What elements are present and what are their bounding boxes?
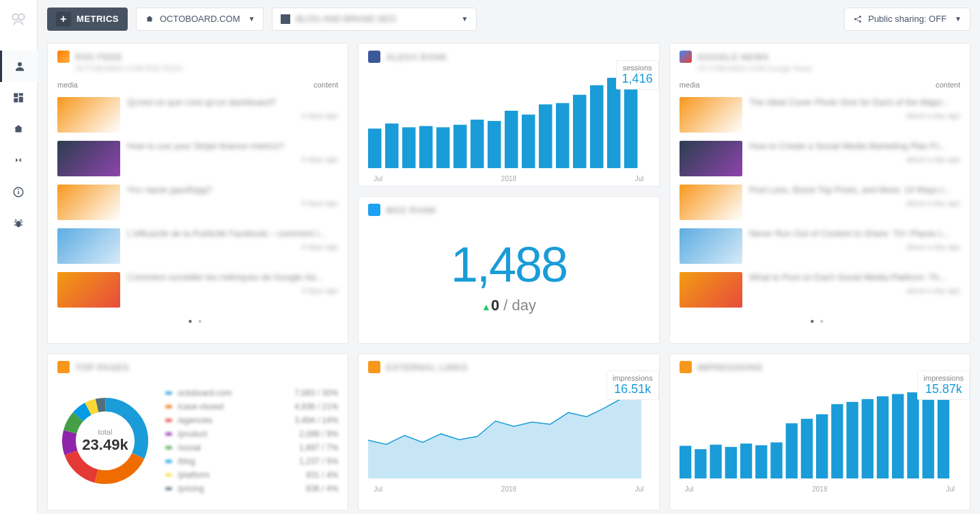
svg-rect-17 bbox=[419, 126, 433, 168]
svg-rect-46 bbox=[800, 419, 812, 478]
item-title: The Ideal Cover Photo Size for Each of t… bbox=[749, 97, 960, 107]
svg-rect-38 bbox=[680, 446, 691, 478]
legend-item: /social1,697 / 7% bbox=[165, 441, 338, 455]
xaxis-label: 2018 bbox=[501, 485, 516, 493]
sidebar-item-info[interactable] bbox=[0, 176, 38, 208]
card-title: GOOGLE NEWS bbox=[697, 52, 769, 62]
site-selector-label: OCTOBOARD.COM bbox=[160, 14, 240, 24]
svg-rect-43 bbox=[755, 445, 767, 478]
svg-rect-6 bbox=[14, 98, 18, 103]
legend-item: /product2,088 / 9% bbox=[165, 427, 338, 441]
item-date: about a day ago bbox=[749, 199, 960, 207]
item-date: 4 days ago bbox=[127, 111, 338, 120]
item-date: about a day ago bbox=[749, 155, 960, 163]
xaxis-label: Jul bbox=[946, 485, 955, 493]
legend-item: /pricing836 / 4% bbox=[165, 482, 338, 496]
list-item[interactable]: The Ideal Cover Photo Size for Each of t… bbox=[670, 93, 970, 137]
sidebar-item-account[interactable] bbox=[0, 51, 38, 82]
svg-rect-3 bbox=[14, 93, 18, 97]
public-sharing-toggle[interactable]: Public sharing: OFF ▼ bbox=[844, 8, 970, 31]
sidebar-item-library[interactable] bbox=[0, 113, 38, 145]
svg-rect-41 bbox=[725, 447, 736, 478]
google-news-icon bbox=[680, 51, 692, 63]
item-title: Never Run Out of Content to Share: 70+ P… bbox=[749, 228, 960, 239]
card-google-news: GOOGLE NEWS OCTOBOARD.COM Google News me… bbox=[669, 43, 970, 344]
item-title: Post Less, Boost Top Posts, and More: 14… bbox=[749, 185, 960, 195]
card-subtitle: OCTOBOARD.COM Google News bbox=[670, 64, 970, 78]
card-external-links: EXTERNAL LINKS impressions 16.51k Jul 20… bbox=[358, 353, 659, 511]
card-alexa-rank: ALEXA RANK sessions 1,416 Jul 2018 Jul bbox=[358, 43, 659, 187]
feed-list: Qu'est-ce que c'est qu'un dashboard? 4 d… bbox=[48, 93, 348, 312]
analytics-icon bbox=[57, 361, 70, 373]
badge-label: sessions bbox=[622, 64, 653, 72]
svg-rect-47 bbox=[816, 414, 828, 478]
list-item[interactable]: How to Create a Social Media Marketing P… bbox=[670, 137, 970, 180]
list-item[interactable]: Comment surveiller les métriques de Goog… bbox=[48, 268, 348, 312]
metric-delta: ▲0 / day bbox=[359, 297, 658, 314]
thumbnail bbox=[57, 97, 120, 133]
list-item[interactable]: How to use your Stripe finance metrics? … bbox=[48, 137, 348, 180]
bank-icon bbox=[145, 14, 154, 24]
svg-point-13 bbox=[859, 21, 861, 23]
brand-logo bbox=[8, 8, 29, 30]
legend-item: /case-closed4,938 / 21% bbox=[165, 400, 338, 414]
svg-point-0 bbox=[12, 14, 18, 20]
xaxis-label: Jul bbox=[635, 175, 644, 182]
list-item[interactable]: What to Post on Each Social Media Platfo… bbox=[670, 268, 970, 312]
item-date: 4 days ago bbox=[127, 199, 338, 207]
svg-rect-53 bbox=[907, 392, 919, 478]
item-title: Что такое дашборд? bbox=[127, 185, 338, 195]
card-title: ALEXA RANK bbox=[386, 52, 447, 62]
thumbnail bbox=[680, 228, 742, 264]
sidebar-item-dashboard[interactable] bbox=[0, 82, 38, 113]
svg-rect-21 bbox=[488, 121, 501, 168]
site-selector[interactable]: OCTOBOARD.COM ▼ bbox=[136, 8, 264, 31]
list-item[interactable]: Never Run Out of Content to Share: 70+ P… bbox=[670, 224, 970, 268]
card-impressions: IMPRESSIONS impressions 15.87k Jul 2018 … bbox=[669, 353, 970, 511]
card-title: TOP PAGES bbox=[75, 362, 129, 373]
share-icon bbox=[853, 14, 863, 24]
chevron-down-icon: ▼ bbox=[955, 15, 962, 23]
sidebar-item-debug[interactable] bbox=[0, 208, 38, 239]
svg-rect-28 bbox=[607, 78, 621, 168]
svg-rect-52 bbox=[892, 394, 904, 478]
alexa-icon bbox=[368, 51, 380, 63]
item-date: about a day ago bbox=[749, 111, 960, 120]
list-item[interactable]: Что такое дашборд? 4 days ago bbox=[48, 180, 348, 224]
pagination-dots[interactable]: ●● bbox=[48, 312, 348, 330]
item-title: How to Create a Social Media Marketing P… bbox=[749, 141, 960, 151]
sidebar bbox=[0, 0, 38, 514]
svg-rect-19 bbox=[453, 125, 467, 168]
svg-rect-4 bbox=[19, 93, 23, 96]
list-item[interactable]: Post Less, Boost Top Posts, and More: 14… bbox=[670, 180, 970, 224]
svg-rect-45 bbox=[785, 423, 797, 478]
card-title: EXTERNAL LINKS bbox=[386, 362, 467, 373]
legend-item: /blog1,237 / 5% bbox=[165, 455, 338, 468]
thumbnail bbox=[57, 141, 120, 176]
chevron-down-icon: ▼ bbox=[462, 15, 468, 23]
svg-rect-22 bbox=[505, 111, 518, 168]
item-date: 4 days ago bbox=[127, 243, 338, 251]
item-title: How to use your Stripe finance metrics? bbox=[127, 141, 338, 151]
add-metrics-button[interactable]: + METRICS bbox=[47, 8, 128, 31]
list-item[interactable]: L'efficacité de la Publicité Facebook – … bbox=[48, 224, 348, 268]
value-badge: sessions 1,416 bbox=[616, 60, 659, 90]
sidebar-item-integrations[interactable] bbox=[0, 145, 38, 176]
col-content: content bbox=[313, 81, 338, 89]
pagination-dots[interactable]: ●● bbox=[670, 312, 970, 330]
item-title: Qu'est-ce que c'est qu'un dashboard? bbox=[127, 97, 338, 107]
list-item[interactable]: Qu'est-ce que c'est qu'un dashboard? 4 d… bbox=[48, 93, 348, 137]
svg-rect-48 bbox=[831, 404, 843, 478]
xaxis-label: Jul bbox=[685, 485, 694, 493]
legend: octoboard.com7,083 / 30%/case-closed4,93… bbox=[165, 386, 338, 496]
svg-rect-42 bbox=[740, 444, 752, 478]
card-title: MOZ RANK bbox=[386, 205, 436, 215]
card-rss-feed: RSS FEED OCTOBOARD.COM RSS FEED media co… bbox=[47, 43, 348, 344]
dashboard-selector[interactable]: BLOG AND BRAND SEO ▼ bbox=[272, 8, 477, 31]
item-title: L'efficacité de la Publicité Facebook – … bbox=[127, 228, 338, 239]
badge-label: impressions bbox=[613, 374, 653, 382]
legend-item: octoboard.com7,083 / 30% bbox=[165, 386, 338, 400]
metric-value: 1,488 bbox=[359, 236, 658, 293]
svg-point-10 bbox=[16, 221, 21, 227]
svg-point-11 bbox=[854, 18, 856, 20]
